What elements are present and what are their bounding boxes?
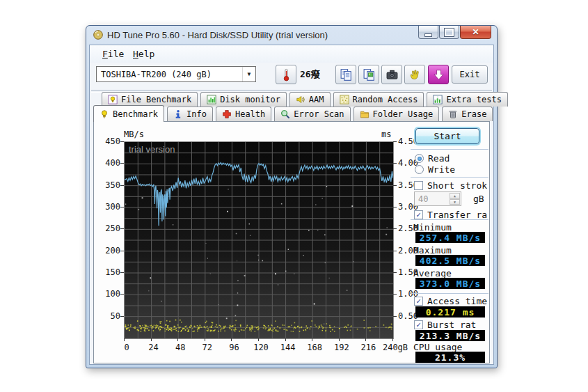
tick-mark	[392, 338, 393, 341]
tab-label: Erase	[461, 109, 486, 119]
tab-label: Disk monitor	[220, 95, 280, 104]
write-radio[interactable]: Write	[415, 164, 455, 175]
tab-erase[interactable]: Erase	[442, 107, 493, 121]
burst-rate-checkbox[interactable]: ✓ Burst rat	[414, 320, 476, 330]
short-stroke-checkbox[interactable]: Short strok	[414, 180, 487, 191]
tab-label: Folder Usage	[373, 109, 434, 119]
tab-file-benchmark[interactable]: File Benchmark	[102, 92, 198, 107]
camera-icon	[386, 68, 399, 81]
menu-bar: FileHelp	[90, 45, 493, 63]
tick-mark	[393, 272, 397, 273]
tab-error-scan[interactable]: Error Scan	[274, 107, 350, 121]
close-button[interactable]: ✕	[460, 26, 491, 39]
tick-mark	[120, 207, 124, 207]
y-axis-tick: 150	[97, 267, 120, 277]
tick-mark	[258, 338, 259, 341]
hand-icon	[408, 68, 422, 81]
separator	[411, 219, 488, 220]
tab-info[interactable]: Info	[167, 107, 213, 121]
x-axis-tick: 240gB	[381, 343, 409, 352]
short-stroke-label: Short strok	[427, 180, 487, 191]
donate-button[interactable]	[404, 65, 425, 84]
folder-icon	[360, 109, 370, 119]
tick-mark	[393, 207, 397, 207]
close-icon: ✕	[472, 27, 479, 37]
capacity-value: 40	[418, 194, 428, 204]
download-icon	[432, 68, 445, 81]
update-button[interactable]	[428, 65, 449, 84]
burst-rate-label: Burst rat	[427, 320, 476, 330]
average-label: Average	[413, 268, 452, 279]
menu-item-file[interactable]: File	[100, 48, 127, 60]
copy-text-button[interactable]	[335, 65, 356, 84]
tick-mark	[393, 163, 397, 164]
app-window: HD Tune Pro 5.60 - Hard Disk/SSD Utility…	[86, 25, 498, 368]
tick-mark	[393, 294, 397, 295]
screenshot-button[interactable]	[381, 65, 402, 84]
trash-icon	[448, 109, 458, 119]
client-area: FileHelp TOSHIBA-TR200 (240 gB) ▼ 26癈 Ex…	[89, 45, 494, 365]
benchmark-panel: MB/s ms trial version 450400350300250200…	[93, 121, 490, 363]
chevron-down-icon: ▼	[242, 67, 255, 81]
temperature-value: 26癈	[300, 68, 320, 81]
tab-health[interactable]: Health	[216, 107, 271, 121]
tick-mark	[120, 294, 124, 295]
tick-mark	[312, 338, 312, 341]
read-label: Read	[428, 153, 450, 164]
tab-aam[interactable]: AAM	[289, 92, 331, 107]
tab-disk-monitor[interactable]: Disk monitor	[200, 92, 287, 107]
drive-select-dropdown[interactable]: TOSHIBA-TR200 (240 gB) ▼	[96, 66, 256, 82]
tick-mark	[339, 338, 340, 341]
tab-label: Extra tests	[446, 95, 501, 104]
cpu-usage-value-text: 21.3%	[435, 352, 466, 363]
x-axis-tick: 24	[140, 343, 168, 352]
x-axis-tick: 48	[166, 343, 194, 352]
x-axis-tick: 96	[220, 343, 248, 352]
right-axis-unit: ms	[381, 130, 391, 139]
x-axis-tick: 144	[274, 343, 302, 352]
tick-mark	[124, 338, 125, 341]
tab-label: Random Access	[353, 95, 418, 104]
spinner-down-icon[interactable]: ▼	[450, 199, 460, 205]
extra-tests-icon	[433, 95, 443, 104]
tab-extra-tests[interactable]: Extra tests	[427, 92, 507, 107]
magnifier-icon	[280, 109, 290, 119]
tick-mark	[177, 338, 178, 341]
menu-item-help[interactable]: Help	[130, 48, 157, 60]
exit-button[interactable]: Exit	[452, 65, 488, 84]
access-time-checkbox[interactable]: ✓ Access time	[414, 296, 487, 306]
random-dots-icon	[340, 95, 349, 104]
y-axis-tick: 50	[97, 311, 120, 321]
capacity-spinner[interactable]: 40 ▲ ▼	[414, 191, 461, 206]
app-icon	[93, 29, 104, 40]
cpu-usage-label: CPU usage	[413, 342, 462, 352]
separator	[411, 149, 488, 150]
tab-random-access[interactable]: Random Access	[333, 92, 424, 107]
title-bar[interactable]: HD Tune Pro 5.60 - Hard Disk/SSD Utility…	[86, 26, 497, 45]
cpu-usage-value: 21.3%	[415, 352, 485, 363]
tab-benchmark[interactable]: Benchmark	[93, 105, 164, 122]
y-axis-tick: 400	[97, 158, 120, 168]
temperature-button[interactable]	[276, 65, 296, 84]
minimize-button[interactable]	[418, 26, 438, 39]
tick-mark	[120, 185, 124, 186]
copy-image-button[interactable]	[358, 65, 379, 84]
tab-row-secondary: File BenchmarkDisk monitorAAMRandom Acce…	[102, 92, 508, 107]
access-time-label: Access time	[427, 296, 487, 306]
lamp-icon	[100, 109, 109, 119]
tab-label: AAM	[309, 95, 324, 104]
y-axis-tick: 250	[97, 224, 120, 233]
transfer-rate-checkbox[interactable]: ✓ Transfer ra	[414, 210, 487, 220]
tab-label: Info	[186, 109, 207, 119]
minimum-value: 257.4 MB/s	[415, 232, 485, 243]
burst-rate-value-text: 213.3 MB/s	[420, 331, 481, 341]
read-radio[interactable]: Read	[415, 153, 450, 164]
checkbox-checked-icon: ✓	[414, 297, 423, 306]
tick-mark	[120, 141, 124, 142]
tab-folder-usage[interactable]: Folder Usage	[353, 107, 440, 121]
spinner-up-icon[interactable]: ▲	[450, 193, 460, 199]
start-button[interactable]: Start	[415, 128, 479, 144]
maximize-button[interactable]	[439, 26, 459, 39]
x-axis-tick: 120	[247, 343, 275, 352]
separator	[411, 177, 488, 178]
